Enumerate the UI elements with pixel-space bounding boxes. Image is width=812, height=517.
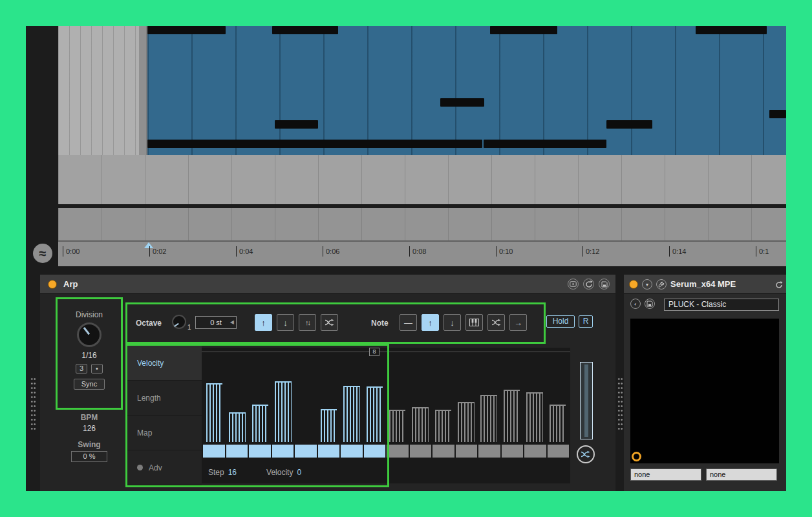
timeline[interactable]: 0:000:020:040:060:080:100:120:140:1 [58, 242, 786, 266]
octave-random-button[interactable] [321, 314, 338, 331]
adv-radio[interactable] [137, 465, 143, 470]
division-knob[interactable] [77, 322, 102, 347]
wrench-icon[interactable] [656, 279, 667, 290]
step-cell[interactable] [502, 445, 524, 458]
mapping-indicator[interactable] [632, 452, 641, 461]
step-column[interactable] [386, 357, 409, 442]
save-icon[interactable] [645, 299, 655, 309]
transpose-field[interactable]: 0 st ◀ [195, 316, 237, 329]
step-cell[interactable] [410, 445, 432, 458]
note-off-button[interactable]: — [400, 314, 417, 331]
step-cell[interactable] [272, 445, 294, 458]
step-cell[interactable] [387, 445, 409, 458]
step-cell[interactable] [548, 445, 570, 458]
midi-note[interactable] [769, 110, 786, 118]
bpm-value[interactable]: 126 [57, 424, 122, 433]
dotted-button[interactable]: • [91, 364, 103, 374]
device-activator-led[interactable] [48, 280, 57, 289]
step-cell[interactable] [524, 445, 546, 458]
octave-up-down-button[interactable]: ↑↓ [299, 314, 316, 331]
retrigger-button[interactable]: R [579, 315, 593, 328]
step-column[interactable] [203, 357, 226, 442]
step-column[interactable] [295, 357, 317, 442]
hotswap-icon[interactable] [775, 280, 783, 291]
midi-note[interactable] [275, 120, 318, 129]
serum-title-bar[interactable]: ▼ Serum_x64 MPE [624, 275, 786, 294]
step-display[interactable]: 8 Step 16 Velocity 0 [202, 348, 570, 483]
step-cell[interactable] [318, 445, 340, 458]
device-drag-handle-left[interactable] [26, 275, 40, 491]
unfold-icon[interactable]: ▼ [642, 279, 652, 290]
preset-selector[interactable]: PLUCK - Classic [664, 299, 779, 311]
midi-note[interactable] [147, 26, 226, 34]
tab-velocity[interactable]: Velocity [127, 346, 202, 381]
step-column[interactable] [500, 357, 523, 442]
spinner-icon[interactable]: ◀ [230, 320, 234, 325]
save-icon[interactable] [599, 279, 610, 290]
step-cell[interactable] [478, 445, 500, 458]
midi-note[interactable] [147, 140, 482, 148]
hotswap-icon[interactable] [583, 279, 594, 290]
map-slot-1[interactable]: none [630, 469, 701, 481]
step-cell[interactable] [433, 445, 454, 458]
velocity-range-slider[interactable] [580, 362, 593, 439]
octave-down-button[interactable]: ↓ [277, 314, 294, 331]
fold-icon[interactable] [568, 279, 579, 290]
arp-title-bar[interactable]: Arp [40, 275, 615, 294]
midi-clip[interactable] [147, 26, 786, 155]
hold-button[interactable]: Hold [546, 315, 575, 328]
midi-note[interactable] [606, 120, 652, 129]
squiggle-icon[interactable]: ≈ [33, 244, 52, 263]
division-value[interactable]: 1/16 [57, 351, 122, 360]
step-column[interactable] [546, 357, 569, 442]
step-column[interactable] [432, 357, 454, 442]
step-column[interactable] [249, 357, 272, 442]
timeline-label: 0:04 [236, 246, 253, 257]
map-slot-2[interactable]: none [706, 469, 777, 481]
step-cell[interactable] [364, 445, 386, 458]
octave-knob[interactable] [172, 315, 186, 329]
device-drag-handle-right[interactable] [615, 275, 624, 491]
step-cell[interactable] [249, 445, 271, 458]
octave-up-button[interactable]: ↑ [255, 314, 272, 331]
tab-adv[interactable]: Adv [127, 450, 202, 485]
note-random-button[interactable] [487, 314, 505, 331]
midi-note[interactable] [696, 26, 767, 34]
note-down-button[interactable]: ↓ [443, 314, 461, 331]
loop-length-marker[interactable]: 8 [369, 348, 379, 356]
step-cell[interactable] [456, 445, 478, 458]
midi-note[interactable] [272, 26, 339, 34]
plugin-activator-led[interactable] [629, 280, 638, 289]
tab-map[interactable]: Map [127, 416, 202, 450]
timeline-label: 0:10 [496, 246, 513, 257]
step-column[interactable] [317, 357, 340, 442]
track-lane-1[interactable] [58, 155, 786, 204]
step-cell[interactable] [226, 445, 248, 458]
step-column[interactable] [226, 357, 248, 442]
midi-note[interactable] [490, 26, 558, 34]
step-column[interactable] [523, 357, 546, 442]
step-column[interactable] [340, 357, 363, 442]
track-lane-2[interactable] [58, 208, 786, 240]
note-play-order-button[interactable]: → [509, 314, 527, 331]
step-cell[interactable] [341, 445, 363, 458]
midi-note[interactable] [484, 140, 607, 148]
step-column[interactable] [363, 357, 386, 442]
swing-value[interactable]: 0 % [71, 451, 107, 462]
plugin-display[interactable] [630, 319, 779, 463]
randomize-icon[interactable] [577, 445, 595, 463]
note-up-button[interactable]: ↑ [422, 314, 439, 331]
step-column[interactable] [272, 357, 294, 442]
step-column[interactable] [454, 357, 477, 442]
pre-clip-grid [58, 26, 147, 155]
step-cell[interactable] [203, 445, 225, 458]
tab-length[interactable]: Length [127, 381, 202, 416]
sync-button[interactable]: Sync [74, 379, 105, 390]
step-column[interactable] [409, 357, 431, 442]
midi-note[interactable] [440, 98, 484, 107]
step-column[interactable] [478, 357, 500, 442]
step-cell[interactable] [295, 445, 317, 458]
expand-icon[interactable]: ◐ [630, 299, 641, 309]
triplet-button[interactable]: 3 [76, 364, 87, 374]
note-chord-button[interactable] [465, 314, 483, 331]
